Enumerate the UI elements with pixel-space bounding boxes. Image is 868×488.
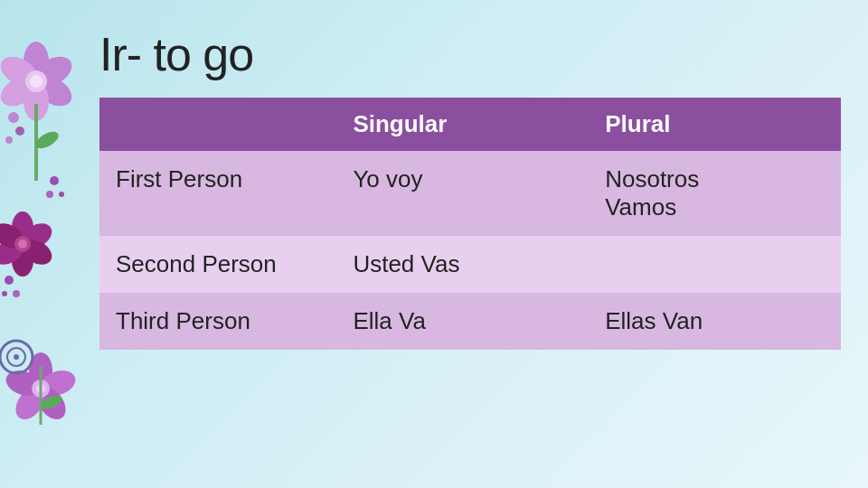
page-title: Ir- to go bbox=[99, 27, 841, 81]
cell-person-1: Second Person bbox=[99, 236, 336, 293]
svg-point-30 bbox=[14, 354, 19, 360]
svg-point-12 bbox=[5, 136, 13, 144]
svg-point-36 bbox=[2, 291, 7, 296]
header-person bbox=[99, 98, 336, 151]
header-singular: Singular bbox=[336, 98, 589, 151]
svg-point-32 bbox=[46, 191, 53, 198]
cell-singular-2: Ella Va bbox=[336, 293, 589, 350]
table-row: First PersonYo voyNosotros Vamos bbox=[99, 151, 841, 236]
svg-point-34 bbox=[5, 276, 14, 285]
cell-plural-2: Ellas Van bbox=[589, 293, 841, 350]
cell-singular-0: Yo voy bbox=[336, 151, 589, 236]
cell-plural-1 bbox=[589, 236, 841, 293]
svg-point-10 bbox=[8, 112, 19, 123]
cell-person-2: Third Person bbox=[99, 293, 336, 350]
cell-person-0: First Person bbox=[99, 151, 336, 236]
svg-point-20 bbox=[18, 239, 27, 249]
conjugation-table: Singular Plural First PersonYo voyNosotr… bbox=[99, 98, 841, 350]
svg-point-33 bbox=[59, 192, 64, 197]
svg-point-35 bbox=[13, 290, 20, 297]
cell-singular-1: Usted Vas bbox=[336, 236, 589, 293]
table-row: Second PersonUsted Vas bbox=[99, 236, 841, 293]
svg-point-31 bbox=[50, 176, 59, 185]
table-row: Third PersonElla VaEllas Van bbox=[99, 293, 841, 350]
main-content: Ir- to go Singular Plural First PersonYo… bbox=[99, 27, 841, 470]
cell-plural-0: Nosotros Vamos bbox=[589, 151, 841, 236]
table-header-row: Singular Plural bbox=[99, 98, 841, 151]
header-plural: Plural bbox=[589, 98, 841, 151]
svg-point-7 bbox=[30, 75, 42, 88]
decorative-flowers bbox=[0, 0, 90, 488]
svg-point-11 bbox=[15, 127, 24, 136]
